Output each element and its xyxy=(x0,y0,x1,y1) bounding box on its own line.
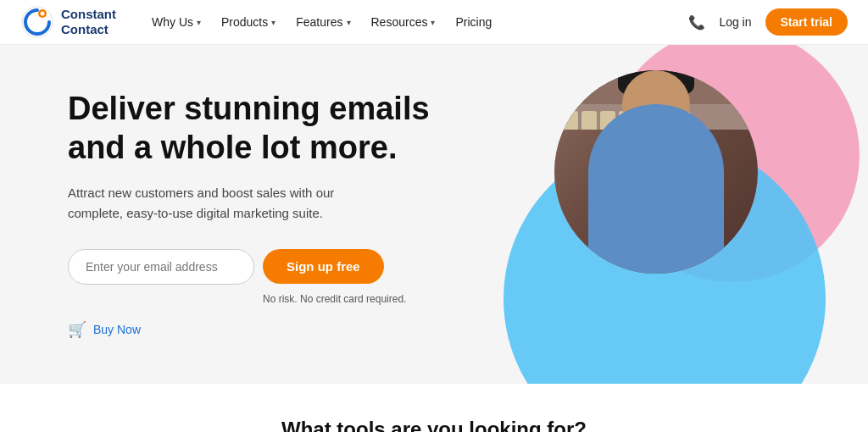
hero-title: Deliver stunning emails and a whole lot … xyxy=(68,90,475,167)
nav-links: Why Us ▾ Products ▾ Features ▾ Resources… xyxy=(143,10,688,34)
chevron-down-icon: ▾ xyxy=(197,18,201,27)
nav-right: 📞 Log in Start trial xyxy=(688,8,848,36)
logo[interactable]: Constant Contact xyxy=(20,5,116,39)
nav-item-resources[interactable]: Resources ▾ xyxy=(363,10,444,34)
jar-item xyxy=(563,111,578,130)
bottom-section: What tools are you looking for? xyxy=(0,384,868,432)
hero-image-area xyxy=(453,45,868,384)
phone-icon[interactable]: 📞 xyxy=(688,14,705,30)
login-link[interactable]: Log in xyxy=(719,15,751,29)
chevron-down-icon: ▾ xyxy=(347,18,351,27)
email-input[interactable] xyxy=(68,249,254,285)
nav-item-why-us[interactable]: Why Us ▾ xyxy=(143,10,209,34)
no-risk-text: No risk. No credit card required. xyxy=(263,293,475,305)
signup-form: Sign up free xyxy=(68,249,475,285)
cart-icon: 🛒 xyxy=(68,320,86,339)
hero-section: Deliver stunning emails and a whole lot … xyxy=(0,45,868,384)
nav-item-products[interactable]: Products ▾ xyxy=(213,10,284,34)
chevron-down-icon: ▾ xyxy=(431,18,435,27)
buy-now-label: Buy Now xyxy=(93,323,141,336)
hero-person xyxy=(554,70,758,274)
logo-icon xyxy=(20,5,54,39)
start-trial-button[interactable]: Start trial xyxy=(765,8,848,36)
jar-item xyxy=(581,111,597,130)
hero-left: Deliver stunning emails and a whole lot … xyxy=(68,90,475,338)
navbar: Constant Contact Why Us ▾ Products ▾ Fea… xyxy=(0,0,868,45)
bottom-title: What tools are you looking for? xyxy=(0,418,868,432)
logo-text: Constant Contact xyxy=(61,7,116,37)
person-body xyxy=(588,104,724,274)
hero-subtitle: Attract new customers and boost sales wi… xyxy=(68,183,390,224)
nav-item-pricing[interactable]: Pricing xyxy=(447,10,500,34)
chevron-down-icon: ▾ xyxy=(271,18,275,27)
signup-button[interactable]: Sign up free xyxy=(263,249,384,284)
svg-point-2 xyxy=(41,12,45,16)
buy-now-link[interactable]: 🛒 Buy Now xyxy=(68,320,475,339)
hero-photo-circle xyxy=(554,70,758,274)
nav-item-features[interactable]: Features ▾ xyxy=(287,10,359,34)
